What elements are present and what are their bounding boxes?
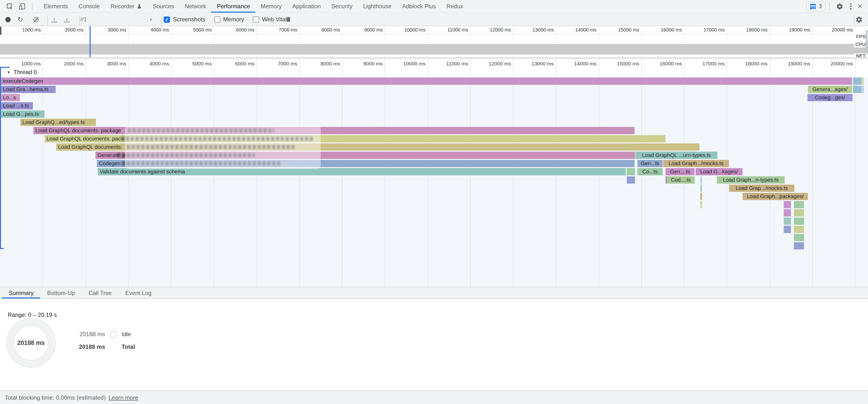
thread-name: Thread 0 [13, 69, 37, 75]
disclosure-triangle-icon: ▼ [7, 70, 11, 74]
flame-bar[interactable]: Load GraphQL documents: [56, 144, 700, 151]
flame-bar[interactable]: Gen...ts [638, 160, 662, 167]
thread-toggle[interactable]: ▼ Thread 0 [7, 69, 37, 75]
learn-more-link[interactable]: Learn more [108, 394, 138, 401]
tick-label: 8000 ms [299, 27, 340, 32]
clear-button[interactable] [33, 13, 39, 26]
flame-bar[interactable]: executeCodegen [1, 77, 852, 85]
flame-bar[interactable]: Cod....ts [667, 176, 694, 184]
flame-bar[interactable]: Load GraphQL ...urn-types.ts [636, 152, 717, 159]
flame-bar[interactable] [701, 201, 702, 208]
profile-history-select[interactable]: #1 [81, 13, 87, 26]
overview-scrollbar-thumb[interactable] [866, 30, 868, 53]
flame-bar[interactable]: Load ...s.ts [1, 102, 33, 110]
performance-toolbar: ↻ ↑ ↓ #1 ▼ ✓ScreenshotsMemoryWeb Vitals [0, 13, 868, 26]
flame-bar[interactable] [784, 201, 791, 208]
flame-bar[interactable]: Load GraphQL documents: package [33, 127, 634, 134]
flame-bar[interactable] [853, 86, 862, 93]
load-profile-button[interactable]: ↑ [51, 13, 57, 26]
flame-bar[interactable] [701, 193, 702, 200]
flame-bar[interactable]: Co...ts [638, 168, 662, 175]
flame-bar[interactable]: Load G...pes.ts [1, 111, 44, 118]
flame-bar[interactable] [853, 77, 862, 85]
flame-bar[interactable] [784, 209, 791, 217]
chevron-down-icon[interactable]: ▼ [149, 13, 153, 26]
flame-bar[interactable] [794, 242, 804, 249]
tab-recorder[interactable]: Recorder [105, 0, 148, 12]
flame-bar[interactable]: Generate: p [95, 152, 635, 159]
checkbox-checked-icon[interactable]: ✓ [164, 16, 170, 23]
tick-label: 18000 ms [726, 27, 768, 32]
tab-redux[interactable]: Redux [441, 0, 468, 12]
flame-bar[interactable]: Load Graph...packages/ [743, 193, 808, 200]
fps-lane-label: FPS [855, 34, 867, 40]
checkbox-memory[interactable]: Memory [214, 16, 244, 23]
flask-icon [137, 3, 142, 9]
tab-elements[interactable]: Elements [38, 0, 73, 12]
tab-memory[interactable]: Memory [255, 0, 287, 12]
tab-application[interactable]: Application [287, 0, 326, 12]
flame-bar[interactable]: Load GraphQL documents: pac [44, 135, 665, 143]
more-options-kebab-icon[interactable] [850, 6, 851, 7]
flame-bar[interactable]: Load Grap.../mocks.ts [729, 185, 795, 192]
flame-bar[interactable] [794, 234, 804, 241]
legend-label: Total [122, 343, 135, 350]
flame-bar[interactable] [794, 201, 804, 208]
flame-bar[interactable] [784, 226, 791, 233]
issues-message-badge[interactable]: 3 [806, 2, 825, 11]
flame-bar[interactable] [701, 176, 702, 184]
checkbox-web-vitals[interactable]: Web Vitals [253, 16, 290, 23]
flame-bar[interactable] [627, 176, 635, 184]
flame-bar[interactable]: Load Graph...n-types.ts [717, 176, 785, 184]
details-tab-bottom-up[interactable]: Bottom-Up [40, 287, 82, 299]
details-tab-event-log[interactable]: Event Log [118, 287, 158, 299]
flame-bar[interactable]: Load G...kages/ [695, 168, 743, 175]
flame-bar[interactable] [701, 185, 702, 192]
flame-bar[interactable] [794, 209, 804, 217]
flame-bar[interactable]: Load Graph.../mocks.ts [663, 160, 729, 167]
device-toolbar-icon[interactable] [18, 2, 26, 10]
flame-bar[interactable]: Codegen: [97, 160, 634, 167]
flame-bar[interactable]: Gen....ts [665, 168, 694, 175]
flame-bar[interactable] [862, 86, 863, 93]
record-button[interactable] [5, 13, 11, 26]
garbage-collect-button[interactable] [285, 13, 291, 26]
details-tab-summary[interactable]: Summary [2, 287, 40, 299]
legend-row: 20188 msIdle [70, 330, 135, 339]
tab-network[interactable]: Network [180, 0, 211, 12]
flame-bar[interactable]: Validate documents against schema [98, 168, 626, 175]
tab-security[interactable]: Security [326, 0, 358, 12]
tick-label: 12000 ms [469, 27, 511, 32]
reload-icon: ↻ [18, 16, 23, 23]
upload-icon: ↑ [51, 17, 57, 22]
save-profile-button[interactable]: ↓ [64, 13, 70, 26]
capture-settings-gear-icon[interactable] [856, 13, 863, 26]
tick-label: 20000 ms [811, 27, 853, 32]
flame-bar[interactable] [627, 168, 635, 175]
inspect-element-icon[interactable] [6, 2, 14, 10]
checkbox-unchecked-icon[interactable] [214, 16, 220, 23]
tab-console[interactable]: Console [73, 0, 105, 12]
flame-bar[interactable]: Lo...s [1, 94, 20, 101]
settings-gear-icon[interactable] [835, 2, 843, 10]
flame-bar[interactable] [784, 218, 791, 225]
range-label: Range: 0 – 20.19 s [8, 311, 57, 318]
tab-adblock-plus[interactable]: Adblock Plus [397, 0, 441, 12]
flame-bar[interactable] [862, 77, 863, 85]
tab-sources[interactable]: Sources [148, 0, 180, 12]
checkbox-unchecked-icon[interactable] [253, 16, 259, 23]
flame-bar[interactable] [794, 218, 804, 225]
flame-bar[interactable]: Genera...ages/ [808, 86, 852, 93]
flame-bar[interactable]: Codeg...ges/ [807, 94, 852, 101]
flame-bar[interactable] [794, 226, 804, 233]
details-tab-call-tree[interactable]: Call Tree [82, 287, 118, 299]
flame-bar[interactable]: Load GraphQ...ed/types.ts [20, 119, 96, 126]
close-devtools-icon[interactable]: × [858, 2, 862, 10]
tab-performance[interactable]: Performance [211, 0, 255, 12]
overview-left-grip[interactable] [0, 27, 1, 35]
checkbox-screenshots[interactable]: ✓Screenshots [164, 16, 205, 23]
reload-and-record-button[interactable]: ↻ [18, 13, 23, 26]
flame-bar[interactable]: Load Gra...hema.ts [1, 86, 56, 93]
tab-lighthouse[interactable]: Lighthouse [358, 0, 397, 12]
timeline-overview[interactable]: 1000 ms2000 ms3000 ms4000 ms5000 ms6000 … [0, 26, 868, 59]
